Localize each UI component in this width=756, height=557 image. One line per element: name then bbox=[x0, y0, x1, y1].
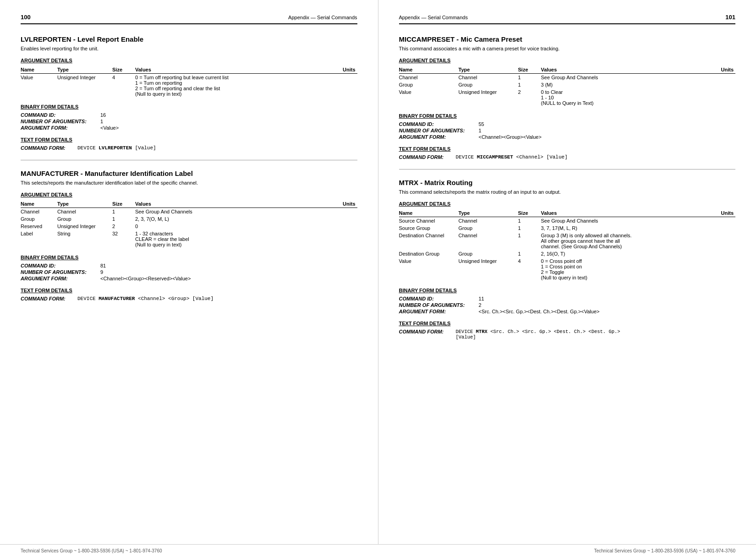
td-size: 32 bbox=[112, 230, 135, 248]
td-name: Destination Group bbox=[399, 250, 459, 257]
table-row: Value Unsigned Integer 4 0 = Turn off re… bbox=[21, 74, 357, 98]
manufacturer-binary: BINARY FORM DETAILS COMMAND ID: 81 NUMBE… bbox=[21, 255, 357, 281]
td-name: Value bbox=[399, 88, 459, 107]
td-name: Channel bbox=[21, 208, 57, 216]
manufacturer-desc: This selects/reports the manufacturer id… bbox=[21, 180, 357, 186]
td-values: See Group And Channels bbox=[135, 208, 334, 216]
table-row: Channel Channel 1 See Group And Channels bbox=[21, 208, 357, 216]
manufacturer-text-label: TEXT FORM DETAILS bbox=[21, 288, 357, 293]
td-type: Channel bbox=[459, 232, 518, 250]
page-container: 100 Appendix — Serial Commands LVLREPORT… bbox=[0, 0, 756, 557]
td-type: Group bbox=[57, 215, 112, 223]
td-units bbox=[712, 250, 735, 257]
th-units: Units bbox=[334, 66, 357, 74]
mtrx-section: MTRX - Matrix Routing This command selec… bbox=[399, 179, 736, 340]
td-name: Channel bbox=[399, 74, 459, 82]
td-units bbox=[334, 223, 357, 230]
td-name: Source Group bbox=[399, 224, 459, 232]
right-page-number: 101 bbox=[725, 14, 735, 21]
right-divider-1 bbox=[399, 169, 736, 169]
binary-arg-form-value: <Channel><Group><Reserved><Value> bbox=[100, 276, 191, 281]
th-values: Values bbox=[541, 209, 713, 217]
manufacturer-text-form: TEXT FORM DETAILS COMMAND FORM: DEVICE M… bbox=[21, 288, 357, 301]
th-values: Values bbox=[135, 200, 334, 208]
table-row: Source Channel Channel 1 See Group And C… bbox=[399, 217, 736, 225]
mtrx-text-label: TEXT FORM DETAILS bbox=[399, 321, 736, 326]
mtrx-arg-form: ARGUMENT FORM: <Src. Ch.><Src. Gp.><Dest… bbox=[399, 309, 736, 314]
left-footer-text: Technical Services Group ~ 1-800-283-593… bbox=[21, 548, 162, 553]
td-size: 4 bbox=[112, 74, 135, 98]
table-row: Destination Group Group 1 2, 16(O, T) bbox=[399, 250, 736, 257]
mtrx-arg-table: Name Type Size Values Units Source Chann… bbox=[399, 209, 736, 281]
td-size: 1 bbox=[518, 81, 541, 88]
manufacturer-section: MANUFACTURER - Manufacturer Identificati… bbox=[21, 169, 357, 301]
binary-num-args-label: NUMBER OF ARGUMENTS: bbox=[399, 302, 477, 308]
td-values: 0 = Turn off reporting but leave current… bbox=[135, 74, 334, 98]
th-type: Type bbox=[459, 209, 518, 217]
miccampreset-arg-form: ARGUMENT FORM: <Channel><Group><Value> bbox=[399, 134, 736, 140]
td-values: 2, 3, 7(O, M, L) bbox=[135, 215, 334, 223]
table-row: Label String 32 1 - 32 characters CLEAR … bbox=[21, 230, 357, 248]
td-values: 1 - 32 characters CLEAR = clear the labe… bbox=[135, 230, 334, 248]
miccampreset-arg-label: ARGUMENT DETAILS bbox=[399, 58, 736, 63]
lvlreporten-text-label: TEXT FORM DETAILS bbox=[21, 137, 357, 142]
miccampreset-section: MICCAMPRESET - Mic Camera Preset This co… bbox=[399, 35, 736, 160]
td-name: Source Channel bbox=[399, 217, 459, 225]
th-units: Units bbox=[334, 200, 357, 208]
binary-num-args-label: NUMBER OF ARGUMENTS: bbox=[21, 269, 99, 275]
td-type: String bbox=[57, 230, 112, 248]
td-type: Group bbox=[459, 224, 518, 232]
miccampreset-text-label: TEXT FORM DETAILS bbox=[399, 146, 736, 152]
mtrx-text-form: TEXT FORM DETAILS COMMAND FORM: DEVICE M… bbox=[399, 321, 736, 340]
mtrx-binary-label: BINARY FORM DETAILS bbox=[399, 288, 736, 293]
lvlreporten-num-args: NUMBER OF ARGUMENTS: 1 bbox=[21, 119, 357, 124]
td-type: Unsigned Integer bbox=[459, 257, 518, 281]
td-values: See Group And Channels bbox=[541, 217, 713, 225]
lvlreporten-arg-label: ARGUMENT DETAILS bbox=[21, 58, 357, 63]
lvlreporten-cmd-id: COMMAND ID: 16 bbox=[21, 112, 357, 118]
left-divider-1 bbox=[21, 160, 357, 160]
td-values: 0 bbox=[135, 223, 334, 230]
binary-num-args-value: 1 bbox=[100, 119, 103, 124]
cmd-form-label: COMMAND FORM: bbox=[21, 296, 76, 301]
td-type: Channel bbox=[57, 208, 112, 216]
lvlreporten-title: LVLREPORTEN - Level Report Enable bbox=[21, 35, 357, 43]
th-type: Type bbox=[459, 66, 518, 74]
binary-cmd-id-value: 11 bbox=[479, 296, 484, 301]
cmd-form-label: COMMAND FORM: bbox=[21, 145, 76, 151]
td-values: 0 to Clear 1 - 10 (NULL to Query in Text… bbox=[541, 88, 713, 107]
binary-num-args-value: 2 bbox=[479, 302, 482, 308]
td-values: Group 3 (M) is only allowed all channels… bbox=[541, 232, 713, 250]
td-size: 1 bbox=[518, 217, 541, 225]
right-page: Appendix — Serial Commands 101 MICCAMPRE… bbox=[378, 0, 756, 544]
td-units bbox=[712, 74, 735, 82]
mtrx-title: MTRX - Matrix Routing bbox=[399, 179, 736, 186]
miccampreset-title: MICCAMPRESET - Mic Camera Preset bbox=[399, 35, 736, 43]
binary-num-args-label: NUMBER OF ARGUMENTS: bbox=[21, 119, 99, 124]
td-values: See Group And Channels bbox=[541, 74, 713, 82]
mtrx-num-args: NUMBER OF ARGUMENTS: 2 bbox=[399, 302, 736, 308]
td-values: 0 = Cross point off 1 = Cross point on 2… bbox=[541, 257, 713, 281]
miccampreset-text-form: TEXT FORM DETAILS COMMAND FORM: DEVICE M… bbox=[399, 146, 736, 160]
mtrx-cmd-id: COMMAND ID: 11 bbox=[399, 296, 736, 301]
binary-cmd-id-value: 16 bbox=[100, 112, 106, 118]
binary-arg-form-label: ARGUMENT FORM: bbox=[21, 276, 99, 281]
th-name: Name bbox=[399, 66, 459, 74]
td-units bbox=[712, 257, 735, 281]
td-units bbox=[334, 208, 357, 216]
binary-cmd-id-label: COMMAND ID: bbox=[21, 263, 99, 268]
td-name: Group bbox=[399, 81, 459, 88]
td-values: 3 (M) bbox=[541, 81, 713, 88]
table-row: Value Unsigned Integer 2 0 to Clear 1 - … bbox=[399, 88, 736, 107]
left-page-number: 100 bbox=[21, 14, 31, 21]
th-name: Name bbox=[21, 200, 57, 208]
td-type: Channel bbox=[459, 217, 518, 225]
lvlreporten-binary: BINARY FORM DETAILS COMMAND ID: 16 NUMBE… bbox=[21, 104, 357, 131]
miccampreset-cmd-id: COMMAND ID: 55 bbox=[399, 121, 736, 127]
lvlreporten-binary-label: BINARY FORM DETAILS bbox=[21, 104, 357, 109]
th-name: Name bbox=[21, 66, 57, 74]
td-name: Reserved bbox=[21, 223, 57, 230]
binary-num-args-value: 1 bbox=[479, 128, 482, 133]
binary-arg-form-value: <Channel><Group><Value> bbox=[479, 134, 542, 140]
td-size: 2 bbox=[518, 88, 541, 107]
